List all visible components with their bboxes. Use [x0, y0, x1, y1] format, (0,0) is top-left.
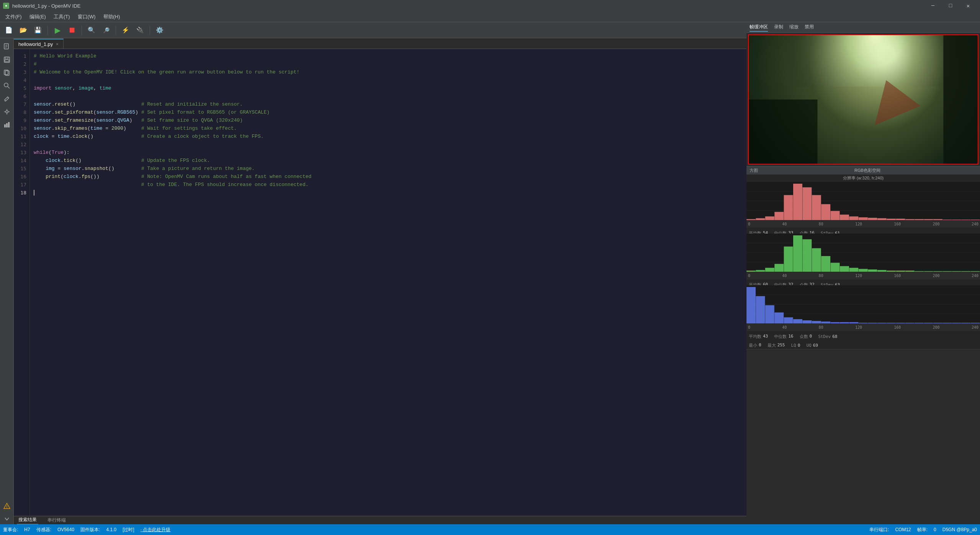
line-num-10: 10	[14, 124, 29, 132]
line-num-13: 13	[14, 148, 29, 157]
right-panel-header: 帧缓冲区 录制 缩放 禁用	[746, 22, 980, 33]
window-controls: ─ □ ✕	[924, 0, 977, 11]
zoom-in-button[interactable]: 🔍	[85, 24, 98, 37]
sidebar-new-file-icon[interactable]	[2, 41, 12, 52]
blue-median: 中位数 16	[774, 334, 793, 339]
maximize-button[interactable]: □	[942, 0, 959, 11]
titlebar: ● helloworld_1.py - OpenMV IDE ─ □ ✕	[0, 0, 980, 11]
menu-file[interactable]: 文件(F)	[2, 11, 26, 22]
frame-info-bar: 方图 RGB色彩空间	[746, 166, 980, 175]
editor-tab[interactable]: helloworld_1.py ×	[14, 39, 64, 49]
sidebar-search-icon[interactable]	[2, 80, 12, 91]
minimize-button[interactable]: ─	[924, 0, 942, 11]
settings-button[interactable]: ⚙️	[153, 24, 166, 37]
line-num-7: 7	[14, 100, 29, 108]
svg-rect-17	[4, 124, 6, 127]
sidebar-edit-icon[interactable]	[2, 93, 12, 104]
blue-lq: LQ 0	[791, 343, 800, 348]
firmware-label: 固件版本:	[80, 527, 100, 533]
histogram-area: 0 40 80 120 160 200 240 平均数 54 中位数 33 众数	[746, 182, 980, 524]
save-file-button[interactable]: 💾	[31, 24, 44, 37]
sidebar	[0, 38, 14, 524]
toolbar-sep-3	[116, 26, 116, 35]
zoom-out-button[interactable]: 🔎	[100, 24, 113, 37]
green-histogram-canvas	[746, 233, 980, 272]
menu-window[interactable]: 窗口(W)	[74, 11, 100, 22]
code-area[interactable]: # Hello World Example # # Welcome to the…	[30, 49, 746, 516]
blue-min: 最小 0	[749, 343, 761, 348]
event-label: 董事会:	[3, 527, 18, 533]
red-histogram-canvas	[746, 182, 980, 220]
line-numbers: 1 2 3 4 5 6 7 8 9 10 11 12 13 14 15 16 1…	[14, 49, 30, 516]
fps-value: 0	[934, 527, 936, 532]
sidebar-save-icon[interactable]	[2, 54, 12, 65]
code-editor[interactable]: 1 2 3 4 5 6 7 8 9 10 11 12 13 14 15 16 1…	[14, 49, 746, 516]
serial-label: 串行端口:	[869, 527, 889, 533]
sensor-value: OV5640	[57, 527, 74, 532]
close-button[interactable]: ✕	[959, 0, 977, 11]
menu-edit[interactable]: 编辑(E)	[26, 11, 50, 22]
disconnect-button[interactable]: 🔌	[134, 24, 147, 37]
menubar: 文件(F) 编辑(E) 工具(T) 窗口(W) 帮助(H)	[0, 11, 980, 22]
click-upgrade-label[interactable]: · 点击此处升级	[140, 527, 171, 533]
record-tab[interactable]: 录制	[774, 23, 783, 32]
sidebar-warning-icon[interactable]	[2, 501, 12, 511]
resolution-label: 分辨率 (w:320, h:240)	[746, 175, 980, 182]
connect-button[interactable]: ⚡	[119, 24, 132, 37]
svg-point-9	[4, 83, 8, 87]
blue-mean: 平均数 43	[749, 334, 768, 339]
svg-rect-6	[5, 60, 9, 62]
sidebar-arrow-down-icon[interactable]	[2, 514, 12, 524]
line-num-17: 17	[14, 181, 29, 189]
line-num-16: 16	[14, 173, 29, 181]
blue-histogram: 0 40 80 120 160 200 240 平均数 43 中位数 16 众数	[746, 285, 980, 337]
tab-close-button[interactable]: ×	[56, 42, 58, 46]
line-num-6: 6	[14, 92, 29, 100]
event-value: H7	[24, 527, 30, 532]
green-histogram: 0 40 80 120 160 200 240 平均数 60 中位数 32 众数	[746, 233, 980, 285]
menu-tools[interactable]: 工具(T)	[50, 11, 74, 22]
window-title: helloworld_1.py - OpenMV IDE	[12, 3, 80, 9]
frame-buffer-tab[interactable]: 帧缓冲区	[750, 23, 768, 32]
camera-canvas	[749, 35, 978, 164]
mode-label: [过时]	[122, 527, 134, 533]
search-results-tab[interactable]: 搜索结果	[17, 516, 38, 525]
serial-terminal-tab[interactable]: 串行终端	[46, 516, 67, 524]
right-panel: 帧缓冲区 录制 缩放 禁用 方图 RGB色彩空间 分辨率 (w:320, h:2…	[746, 22, 980, 524]
line-num-15: 15	[14, 165, 29, 173]
toolbar-sep-4	[150, 26, 150, 35]
line-num-8: 8	[14, 108, 29, 116]
line-num-2: 2	[14, 60, 29, 68]
line-num-3: 3	[14, 68, 29, 76]
sidebar-tools-icon[interactable]	[2, 106, 12, 117]
sensor-label: 传感器:	[36, 527, 51, 533]
line-num-12: 12	[14, 140, 29, 148]
frame-center-label: RGB色彩空间	[761, 168, 974, 173]
blue-stdev: StDev 68	[818, 334, 837, 339]
run-button[interactable]: ▶	[51, 24, 64, 37]
svg-point-22	[7, 507, 7, 508]
svg-rect-18	[6, 123, 8, 127]
bottom-panel: 搜索结果 串行终端	[14, 516, 746, 524]
svg-rect-19	[8, 122, 10, 127]
line-num-14: 14	[14, 157, 29, 165]
open-file-button[interactable]: 📂	[17, 24, 30, 37]
sidebar-chart-icon[interactable]	[2, 119, 12, 130]
svg-line-10	[8, 86, 10, 88]
stop-button[interactable]: ⏹	[65, 24, 78, 37]
toolbar-sep-2	[82, 26, 82, 35]
line-num-5: 5	[14, 84, 29, 92]
blue-x-axis: 0 40 80 120 160 200 240	[746, 323, 980, 331]
toolbar-sep-1	[47, 26, 48, 35]
blue-uq: UQ 69	[806, 343, 818, 348]
line-num-18: 18	[14, 189, 29, 197]
line-num-11: 11	[14, 132, 29, 140]
blue-stats-row2: 最小 0 最大 255 LQ 0 UQ 69	[746, 342, 980, 349]
svg-point-12	[6, 111, 8, 113]
new-file-button[interactable]: 📄	[2, 24, 15, 37]
zoom-tab[interactable]: 缩放	[789, 23, 799, 32]
sidebar-copy-icon[interactable]	[2, 67, 12, 78]
disable-tab[interactable]: 禁用	[805, 23, 814, 32]
resolution-status: D5GN @8Pp_a0	[942, 527, 977, 532]
menu-help[interactable]: 帮助(H)	[100, 11, 124, 22]
